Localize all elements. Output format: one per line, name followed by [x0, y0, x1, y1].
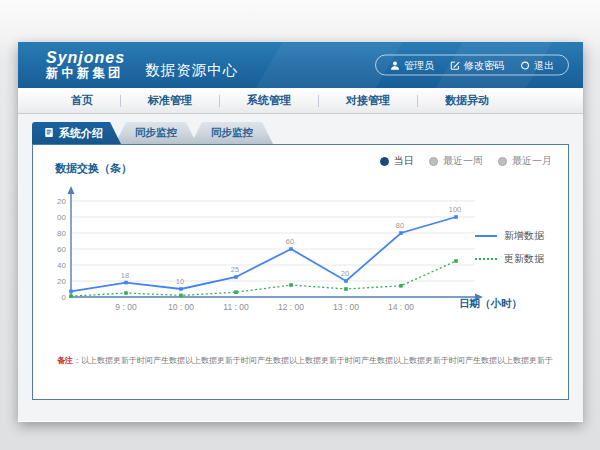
- chart-legend: 新增数据更新数据: [475, 229, 544, 275]
- svg-text:100: 100: [57, 213, 67, 222]
- nav-item-4[interactable]: 对接管理: [319, 93, 417, 108]
- user-menu-管理员[interactable]: 管理员: [390, 58, 434, 72]
- content-area: 系统介绍同步监控同步监控 当日最近一周最近一月 数据交换（条） 02040608…: [18, 114, 583, 421]
- legend-line-sample: [475, 235, 497, 237]
- x-axis-title: 日期（小时）: [459, 297, 539, 311]
- svg-text:10: 10: [176, 277, 184, 286]
- user-menu-label: 修改密码: [464, 58, 504, 72]
- user-menu-修改密码[interactable]: 修改密码: [450, 58, 504, 72]
- svg-text:18: 18: [121, 271, 129, 280]
- svg-text:12 : 00: 12 : 00: [278, 302, 304, 312]
- nav-item-2[interactable]: 标准管理: [121, 93, 219, 108]
- tab-bar: 系统介绍同步监控同步监控: [32, 122, 273, 144]
- footnote-label: 备注: [57, 356, 73, 365]
- app-header: Synjones 新中新集团 数据资源中心 管理员修改密码退出: [18, 42, 583, 88]
- chart-area: 0204060801001209 : 0010 : 0011 : 0012 : …: [57, 185, 487, 327]
- footnote: 备注：以上数据更新于时间产生数据以上数据更新于时间产生数据以上数据更新于时间产生…: [57, 355, 553, 366]
- nav-item-5[interactable]: 数据异动: [418, 93, 516, 108]
- chart-panel: 当日最近一周最近一月 数据交换（条） 0204060801001209 : 00…: [32, 144, 569, 400]
- logo-wordmark: Synjones: [46, 50, 125, 67]
- line-chart: 0204060801001209 : 0010 : 0011 : 0012 : …: [57, 185, 487, 327]
- svg-text:10 : 00: 10 : 00: [168, 302, 194, 312]
- nav-item-1[interactable]: 首页: [44, 93, 120, 108]
- svg-text:20: 20: [341, 269, 349, 278]
- radio-icon: [498, 157, 507, 166]
- footnote-text: ：以上数据更新于时间产生数据以上数据更新于时间产生数据以上数据更新于时间产生数据…: [73, 356, 553, 365]
- tab-3[interactable]: 同步监控: [191, 122, 273, 144]
- svg-text:14 : 00: 14 : 00: [388, 302, 414, 312]
- nav-item-3[interactable]: 系统管理: [220, 93, 318, 108]
- main-nav: 首页标准管理系统管理对接管理数据异动: [18, 88, 583, 114]
- radio-icon: [429, 157, 438, 166]
- legend-line-sample: [475, 258, 497, 260]
- svg-text:100: 100: [449, 205, 462, 214]
- radio-label: 当日: [394, 154, 414, 168]
- user-menu: 管理员修改密码退出: [375, 55, 569, 76]
- svg-text:20: 20: [57, 277, 66, 286]
- user-menu-label: 管理员: [404, 58, 434, 72]
- logo: Synjones 新中新集团: [46, 50, 125, 80]
- user-menu-退出[interactable]: 退出: [520, 58, 554, 72]
- edit-icon: [450, 60, 460, 70]
- svg-text:25: 25: [231, 265, 239, 274]
- svg-text:80: 80: [57, 229, 66, 238]
- svg-text:9 : 00: 9 : 00: [115, 302, 137, 312]
- legend-item: 更新数据: [475, 252, 544, 266]
- svg-text:80: 80: [396, 221, 404, 230]
- doc-icon: [44, 127, 54, 140]
- app-window: Synjones 新中新集团 数据资源中心 管理员修改密码退出 首页标准管理系统…: [18, 42, 583, 422]
- radio-label: 最近一月: [512, 154, 552, 168]
- time-range-option-1[interactable]: 当日: [380, 154, 414, 168]
- radio-label: 最近一周: [443, 154, 483, 168]
- tab-label: 同步监控: [135, 126, 177, 140]
- time-range-options: 当日最近一周最近一月: [380, 154, 552, 168]
- svg-text:11 : 00: 11 : 00: [223, 302, 249, 312]
- legend-label: 新增数据: [504, 229, 544, 243]
- time-range-option-3[interactable]: 最近一月: [498, 154, 552, 168]
- svg-text:60: 60: [286, 237, 294, 246]
- svg-text:40: 40: [57, 261, 66, 270]
- svg-text:13 : 00: 13 : 00: [333, 302, 359, 312]
- svg-text:120: 120: [57, 197, 67, 206]
- y-axis-title: 数据交换（条）: [55, 161, 132, 176]
- power-icon: [520, 60, 530, 70]
- tab-label: 同步监控: [211, 126, 253, 140]
- user-menu-label: 退出: [534, 58, 554, 72]
- page-title: 数据资源中心: [145, 61, 238, 80]
- legend-item: 新增数据: [475, 229, 544, 243]
- tab-label: 系统介绍: [59, 126, 103, 141]
- svg-text:60: 60: [57, 245, 66, 254]
- logo-company-name: 新中新集团: [46, 67, 125, 80]
- radio-icon: [380, 157, 389, 166]
- legend-label: 更新数据: [504, 252, 544, 266]
- time-range-option-2[interactable]: 最近一周: [429, 154, 483, 168]
- svg-text:0: 0: [62, 293, 67, 302]
- user-icon: [390, 60, 400, 70]
- tab-2[interactable]: 同步监控: [115, 122, 197, 144]
- tab-1[interactable]: 系统介绍: [32, 122, 121, 144]
